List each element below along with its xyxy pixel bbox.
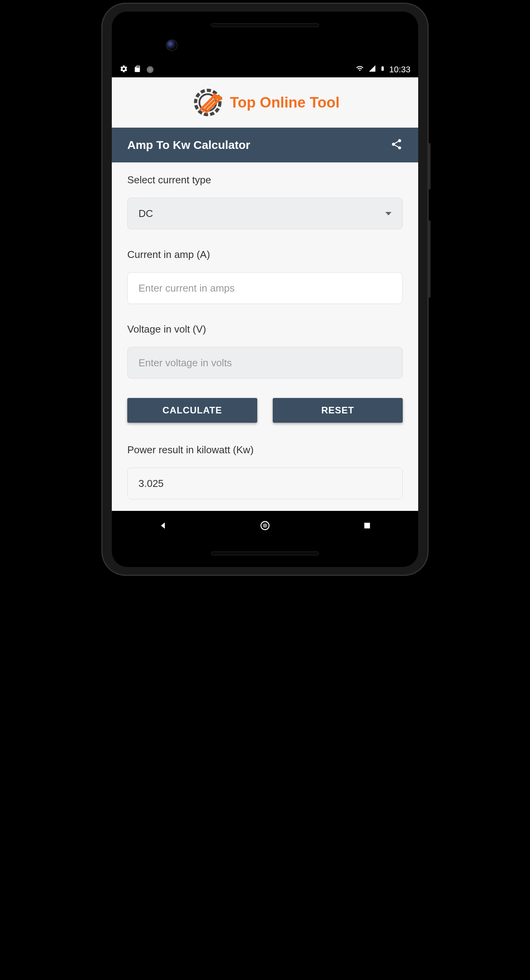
speaker-top (211, 23, 319, 27)
reset-button[interactable]: RESET (273, 398, 403, 423)
speaker-bottom (211, 551, 319, 555)
circle-icon (147, 66, 154, 73)
chevron-down-icon (385, 212, 392, 215)
status-right: 10:33 (355, 64, 410, 75)
current-type-value: DC (138, 208, 153, 220)
phone-screen-container: 10:33 Top Online Tool (112, 12, 418, 567)
result-field: Power result in kilowatt (Kw) 3.025 (127, 444, 403, 499)
page-title: Amp To Kw Calculator (127, 138, 250, 152)
app-screen: Top Online Tool Amp To Kw Calculator Sel… (112, 77, 418, 511)
current-type-label: Select current type (127, 174, 403, 186)
status-time: 10:33 (389, 65, 410, 75)
result-value-box: 3.025 (127, 468, 403, 499)
logo-bar: Top Online Tool (112, 77, 418, 128)
nav-home-button[interactable] (257, 518, 273, 533)
signal-icon (368, 65, 376, 75)
logo-text: Top Online Tool (230, 94, 340, 111)
gear-icon (120, 65, 128, 75)
voltage-input[interactable] (138, 357, 392, 369)
svg-point-9 (263, 523, 267, 528)
button-row: CALCULATE RESET (127, 398, 403, 423)
sd-card-icon (133, 65, 141, 75)
form-area: Select current type DC Current in amp (A… (112, 162, 418, 511)
wifi-icon (355, 65, 364, 75)
current-field: Current in amp (A) (127, 249, 403, 304)
svg-point-7 (218, 96, 222, 101)
battery-icon (380, 64, 385, 75)
gear-logo-icon (190, 85, 225, 120)
power-button[interactable] (428, 143, 431, 190)
result-value: 3.025 (138, 478, 164, 490)
front-camera (166, 39, 178, 51)
status-bar: 10:33 (112, 62, 418, 77)
app-logo: Top Online Tool (190, 85, 340, 120)
calculate-button[interactable]: CALCULATE (127, 398, 257, 423)
voltage-field: Voltage in volt (V) (127, 323, 403, 379)
android-nav-bar (112, 511, 418, 540)
current-type-field: Select current type DC (127, 174, 403, 229)
current-input-wrapper (127, 272, 403, 304)
current-label: Current in amp (A) (127, 249, 403, 261)
share-icon[interactable] (390, 138, 403, 152)
svg-rect-10 (364, 522, 370, 528)
current-input[interactable] (138, 282, 392, 294)
nav-back-button[interactable] (155, 518, 171, 533)
nav-recent-button[interactable] (359, 518, 375, 533)
voltage-label: Voltage in volt (V) (127, 323, 403, 335)
current-type-select[interactable]: DC (127, 198, 403, 229)
phone-frame: 10:33 Top Online Tool (103, 4, 427, 575)
title-bar: Amp To Kw Calculator (112, 128, 418, 162)
voltage-input-wrapper (127, 347, 403, 379)
volume-button[interactable] (428, 220, 431, 298)
status-left (120, 65, 154, 75)
result-label: Power result in kilowatt (Kw) (127, 444, 403, 456)
